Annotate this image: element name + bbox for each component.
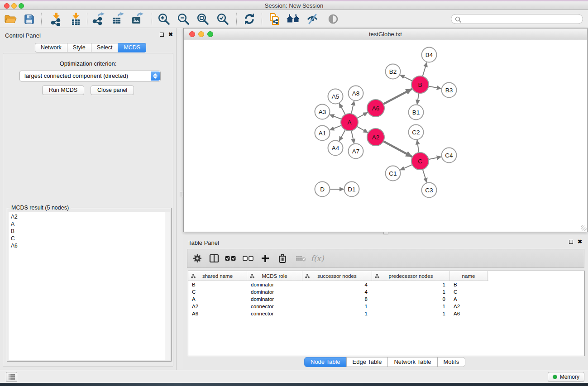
column-header-shared-name[interactable]: shared name bbox=[188, 271, 247, 281]
zoom-out-button[interactable] bbox=[175, 12, 191, 26]
zoom-selected-button[interactable] bbox=[215, 12, 231, 26]
result-item-a2[interactable]: A2 bbox=[9, 213, 170, 220]
zoom-window-button[interactable] bbox=[19, 3, 24, 9]
column-header-name[interactable]: name bbox=[450, 271, 488, 281]
edge-B-B3[interactable] bbox=[429, 86, 441, 89]
float-panel-icon[interactable] bbox=[569, 240, 573, 244]
edge-A-A3[interactable] bbox=[330, 114, 341, 119]
table-row-b[interactable]: Bdominator41B bbox=[188, 281, 488, 288]
hide-graphics-button[interactable] bbox=[304, 12, 320, 26]
network-canvas[interactable]: B4B2BB3A8A5A6A3B1AC2A1A2A4A7C4CC1DD1C3 bbox=[184, 40, 587, 232]
edge-A-A7[interactable] bbox=[351, 131, 354, 143]
edge-C-C4[interactable] bbox=[429, 157, 441, 159]
edge-A-A6[interactable] bbox=[357, 112, 368, 118]
run-mcds-button[interactable]: Run MCDS bbox=[42, 86, 84, 95]
home-view-button[interactable] bbox=[285, 12, 301, 26]
node-table[interactable]: shared nameMCDS rolesuccessor nodesprede… bbox=[188, 271, 585, 356]
edge-A-A1[interactable] bbox=[330, 125, 341, 130]
search-input[interactable] bbox=[463, 15, 580, 23]
import-network-button[interactable] bbox=[48, 12, 64, 26]
tab-motifs[interactable]: Motifs bbox=[437, 357, 466, 367]
tab-edge-table[interactable]: Edge Table bbox=[346, 357, 388, 367]
edge-C-C2[interactable] bbox=[417, 140, 419, 152]
minimize-network-button[interactable] bbox=[198, 31, 204, 37]
search-field[interactable] bbox=[451, 14, 583, 24]
result-item-a[interactable]: A bbox=[9, 220, 170, 228]
tab-network[interactable]: Network bbox=[35, 43, 67, 52]
close-window-button[interactable] bbox=[4, 3, 10, 9]
result-item-a6[interactable]: A6 bbox=[9, 242, 170, 249]
tab-style[interactable]: Style bbox=[67, 43, 91, 52]
window-titlebar[interactable]: Session: New Session bbox=[0, 1, 588, 10]
save-session-button[interactable] bbox=[21, 12, 37, 26]
edge-B-B1[interactable] bbox=[417, 93, 419, 105]
close-panel-icon[interactable]: ✖ bbox=[578, 239, 582, 244]
minimize-window-button[interactable] bbox=[11, 3, 17, 9]
horizontal-scrollbar-thumb[interactable] bbox=[383, 232, 388, 234]
import-table-button[interactable] bbox=[67, 12, 84, 26]
cell: dominator bbox=[247, 296, 302, 302]
edge-A-A8[interactable] bbox=[351, 101, 354, 114]
table-row-a[interactable]: Adominator80A bbox=[188, 295, 488, 303]
close-panel-button[interactable]: Close panel bbox=[91, 86, 134, 95]
edge-B-B2[interactable] bbox=[400, 75, 412, 81]
function-builder-button: f(x) bbox=[311, 249, 324, 267]
edge-B-B4[interactable] bbox=[423, 62, 427, 76]
edge-A-A4[interactable] bbox=[339, 130, 345, 141]
tab-node-table[interactable]: Node Table bbox=[304, 357, 347, 367]
show-panels-button[interactable] bbox=[6, 372, 17, 382]
export-image-button[interactable] bbox=[129, 12, 145, 26]
delete-column-button[interactable] bbox=[276, 249, 289, 267]
select-spinner-icon[interactable] bbox=[151, 71, 160, 81]
column-header-mcds-role[interactable]: MCDS role bbox=[247, 271, 302, 281]
column-header-predecessor-nodes[interactable]: predecessor nodes bbox=[372, 271, 450, 281]
zoom-network-button[interactable] bbox=[207, 31, 213, 37]
resize-grip[interactable] bbox=[581, 225, 587, 231]
edge-C-C3[interactable] bbox=[423, 169, 427, 182]
table-row-a2[interactable]: A2connector11A2 bbox=[188, 303, 488, 310]
tab-select[interactable]: Select bbox=[91, 43, 119, 52]
network-view-window[interactable]: testGlobe.txt B4B2BB3A8A5A6A3B1AC2A1A2A4… bbox=[183, 28, 588, 232]
memory-button[interactable]: Memory bbox=[548, 372, 584, 382]
deselect-all-button[interactable] bbox=[241, 249, 255, 267]
edge-A2-C[interactable] bbox=[383, 141, 412, 157]
result-item-b[interactable]: B bbox=[9, 228, 170, 235]
table-row-c[interactable]: Cdominator41C bbox=[188, 288, 488, 295]
close-panel-icon[interactable]: ✖ bbox=[168, 32, 173, 37]
select-all-button[interactable] bbox=[224, 249, 237, 267]
edge-A6-B[interactable] bbox=[383, 89, 412, 104]
vertical-splitter-handle[interactable] bbox=[180, 192, 183, 197]
edge-A-A5[interactable] bbox=[339, 103, 345, 114]
export-network-icon bbox=[92, 12, 105, 26]
criterion-select[interactable]: largest connected component (directed) bbox=[19, 71, 161, 81]
node-label-A: A bbox=[347, 119, 351, 126]
network-window-titlebar[interactable]: testGlobe.txt bbox=[184, 29, 587, 40]
edge-A-A2[interactable] bbox=[357, 126, 368, 133]
clone-network-button[interactable] bbox=[267, 12, 283, 26]
zoom-in-button[interactable] bbox=[156, 12, 172, 26]
refresh-view-button[interactable] bbox=[241, 12, 258, 26]
export-table-button[interactable] bbox=[110, 12, 126, 26]
mcds-result-list[interactable]: A2ABCA6 bbox=[9, 212, 170, 360]
save-floppy-icon bbox=[24, 14, 35, 25]
result-scrollbar[interactable] bbox=[165, 212, 170, 360]
column-header-successor-nodes[interactable]: successor nodes bbox=[302, 271, 372, 281]
export-network-button[interactable] bbox=[91, 12, 107, 26]
edge-C-C1[interactable] bbox=[400, 165, 412, 170]
show-graphics-button[interactable] bbox=[325, 12, 341, 26]
create-column-button[interactable] bbox=[258, 249, 272, 267]
node-label-B4: B4 bbox=[425, 52, 433, 58]
open-session-button[interactable] bbox=[2, 12, 19, 26]
result-item-c[interactable]: C bbox=[9, 235, 170, 242]
zoom-fit-button[interactable] bbox=[195, 12, 211, 26]
cytoscape-window: Session: New Session bbox=[0, 0, 588, 386]
tab-mcds[interactable]: MCDS bbox=[118, 43, 146, 52]
show-column-selector-button[interactable] bbox=[207, 249, 221, 267]
toolbar-separator bbox=[262, 13, 262, 25]
tab-network-table[interactable]: Network Table bbox=[387, 357, 437, 367]
close-network-button[interactable] bbox=[189, 31, 195, 37]
table-row-a6[interactable]: A6connector11A6 bbox=[188, 310, 488, 317]
table-settings-button[interactable] bbox=[191, 249, 204, 267]
cell: 4 bbox=[302, 289, 372, 295]
float-panel-icon[interactable] bbox=[160, 33, 164, 37]
